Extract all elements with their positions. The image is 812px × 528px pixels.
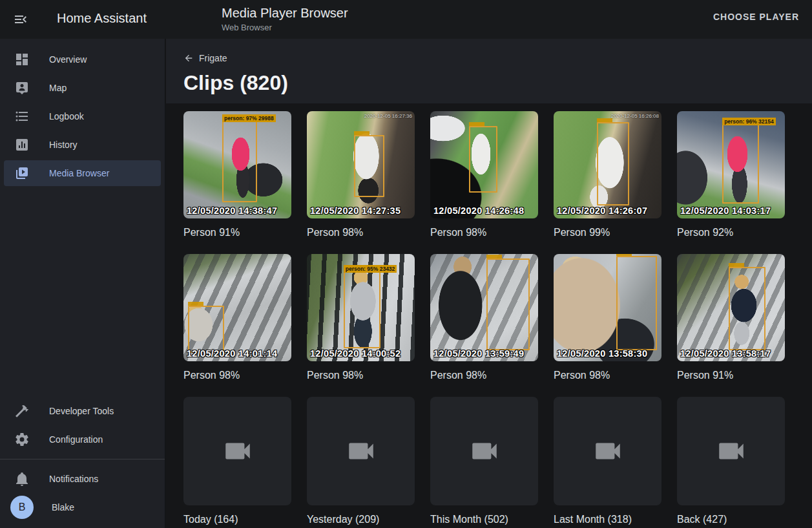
clip-bbox-label: person: 95% 23432	[344, 265, 397, 273]
detection-bbox	[729, 267, 765, 350]
main-panel: Frigate Clips (820) person: 97% 29988 12…	[166, 39, 812, 528]
breadcrumb-back[interactable]: Frigate	[183, 53, 227, 63]
menu-open-icon[interactable]	[13, 12, 28, 27]
sidebar-item-label: History	[49, 140, 78, 150]
clip-timestamp-overlay: 12/05/2020 14:26:48	[433, 206, 524, 216]
clip-cell: 12/05/2020 13:59:49 Person 98%	[430, 254, 538, 397]
sidebar-item-history[interactable]: History	[4, 132, 161, 158]
clip-thumbnail[interactable]: 12/05/2020 13:59:49	[430, 254, 538, 361]
sidebar: Overview Map Logbook History Media Brows…	[0, 39, 165, 528]
clip-thumbnail[interactable]: 12/05/2020 13:58:30	[554, 254, 661, 361]
clip-timestamp-overlay: 12/05/2020 14:27:35	[310, 206, 401, 216]
developer-tools-icon	[14, 403, 30, 419]
clip-thumbnail[interactable]: 2020-12-05 16:26:08 12/05/2020 14:26:07	[554, 111, 661, 218]
clip-cell: person: 96% 32154 12/05/2020 14:03:17 Pe…	[677, 111, 785, 254]
folder-card[interactable]	[430, 397, 538, 505]
clip-label: Person 98%	[307, 226, 415, 238]
clip-cell: 12/05/2020 13:58:30 Person 98%	[554, 254, 661, 397]
clip-label: Person 98%	[430, 226, 538, 238]
detection-bbox: person: 96% 32154	[722, 124, 759, 204]
sidebar-item-logbook[interactable]: Logbook	[4, 103, 161, 129]
clip-timestamp-overlay: 12/05/2020 14:01:14	[187, 348, 277, 359]
page-subtitle: Web Browser	[222, 23, 348, 32]
sidebar-item-label: Overview	[49, 54, 87, 65]
sidebar-item-developer-tools[interactable]: Developer Tools	[4, 398, 161, 424]
clip-thumbnail[interactable]: 12/05/2020 14:26:48	[430, 111, 538, 218]
clip-timestamp-overlay: 12/05/2020 13:59:49	[433, 348, 524, 359]
page-section-title: Clips (820)	[183, 71, 812, 95]
sidebar-item-label: Developer Tools	[49, 406, 114, 416]
sidebar-item-label: Configuration	[49, 434, 103, 445]
detection-bbox	[597, 122, 629, 206]
sidebar-item-label: Notifications	[49, 474, 98, 484]
clip-cell: 12/05/2020 14:26:48 Person 98%	[430, 111, 538, 254]
sidebar-item-map[interactable]: Map	[4, 75, 161, 101]
detection-bbox	[469, 126, 497, 193]
clip-timestamp-overlay: 12/05/2020 14:38:47	[187, 206, 277, 216]
history-icon	[14, 137, 30, 153]
videocam-icon	[592, 435, 624, 467]
folder-cell: Last Month (318)	[554, 397, 661, 528]
clip-thumbnail[interactable]: person: 96% 32154 12/05/2020 14:03:17	[677, 111, 785, 218]
videocam-icon	[468, 435, 501, 467]
folder-card[interactable]	[677, 397, 785, 505]
detection-bbox	[616, 256, 657, 350]
sidebar-item-label: Media Browser	[49, 168, 109, 178]
detection-bbox: person: 95% 23432	[344, 271, 380, 349]
sidebar-spacer	[0, 189, 165, 396]
clip-thumbnail[interactable]: person: 95% 23432 12/05/2020 14:00:52	[307, 254, 415, 361]
choose-player-button[interactable]: CHOOSE PLAYER	[713, 12, 799, 22]
folder-card[interactable]	[307, 397, 415, 505]
sidebar-item-overview[interactable]: Overview	[4, 47, 161, 72]
clip-cell: 12/05/2020 13:58:17 Person 91%	[677, 254, 785, 397]
clip-timestamp-overlay: 12/05/2020 14:03:17	[680, 206, 771, 216]
sidebar-item-user[interactable]: B Blake	[4, 494, 161, 520]
clip-timestamp-overlay: 12/05/2020 14:00:52	[310, 348, 401, 359]
clip-cell: 2020-12-05 16:27:36 12/05/2020 14:27:35 …	[307, 111, 415, 254]
sidebar-item-configuration[interactable]: Configuration	[4, 427, 161, 452]
clip-cell: person: 95% 23432 12/05/2020 14:00:52 Pe…	[307, 254, 415, 397]
clip-thumbnail[interactable]: 2020-12-05 16:27:36 12/05/2020 14:27:35	[307, 111, 415, 218]
clip-cell: person: 97% 29988 12/05/2020 14:38:47 Pe…	[183, 111, 291, 254]
clip-cell: 12/05/2020 14:01:14 Person 98%	[183, 254, 291, 397]
clip-bbox-label: person: 97% 29988	[222, 114, 276, 122]
detection-bbox	[486, 259, 530, 351]
folder-label: This Month (502)	[430, 513, 538, 525]
clip-camera-time: 2020-12-05 16:27:36	[364, 113, 412, 119]
sidebar-footer: Notifications B Blake	[0, 463, 165, 528]
clip-thumbnail[interactable]: 12/05/2020 13:58:17	[677, 254, 785, 361]
videocam-icon	[715, 435, 747, 467]
sidebar-tools-list: Developer Tools Configuration	[0, 396, 165, 455]
sidebar-divider	[0, 459, 165, 459]
media-grid-area: person: 97% 29988 12/05/2020 14:38:47 Pe…	[166, 103, 812, 528]
folder-cell: Today (164)	[183, 397, 291, 528]
app-title: Home Assistant	[57, 11, 147, 26]
breadcrumb-label: Frigate	[199, 53, 227, 63]
folder-card[interactable]	[554, 397, 661, 505]
clip-timestamp-overlay: 12/05/2020 13:58:17	[680, 348, 771, 359]
clip-thumbnail[interactable]: person: 97% 29988 12/05/2020 14:38:47	[183, 111, 291, 218]
media-browser-icon	[14, 165, 30, 181]
clip-cell: 2020-12-05 16:26:08 12/05/2020 14:26:07 …	[554, 111, 661, 254]
folder-card[interactable]	[183, 397, 291, 505]
sidebar-nav-list: Overview Map Logbook History Media Brows…	[0, 39, 165, 189]
folders-grid: Today (164) Yesterday (209) This Month (…	[183, 397, 812, 528]
page-title-block: Media Player Browser Web Browser	[222, 6, 348, 32]
sidebar-item-media-browser[interactable]: Media Browser	[4, 160, 161, 186]
media-browser-header: Frigate Clips (820)	[166, 39, 812, 103]
detection-bbox	[188, 306, 225, 353]
arrow-left-icon	[183, 53, 194, 63]
sidebar-item-notifications[interactable]: Notifications	[4, 466, 161, 492]
clip-timestamp-overlay: 12/05/2020 14:26:07	[557, 206, 647, 216]
folder-label: Last Month (318)	[554, 513, 661, 525]
clip-thumbnail[interactable]: 12/05/2020 14:01:14	[183, 254, 291, 361]
clips-grid: person: 97% 29988 12/05/2020 14:38:47 Pe…	[183, 111, 812, 397]
videocam-icon	[222, 435, 254, 467]
folder-label: Today (164)	[183, 513, 291, 525]
clip-label: Person 98%	[554, 369, 661, 381]
clip-label: Person 98%	[183, 369, 291, 381]
clip-label: Person 91%	[677, 369, 785, 381]
clip-label: Person 91%	[183, 226, 291, 238]
map-person-icon	[14, 80, 30, 96]
logbook-icon	[14, 109, 30, 124]
